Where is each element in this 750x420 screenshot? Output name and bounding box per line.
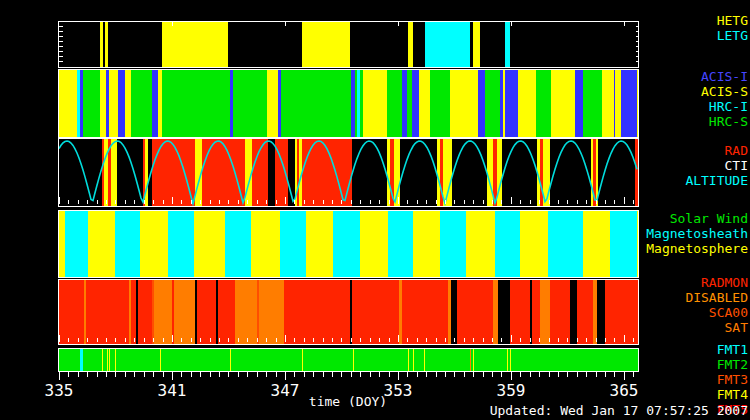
timeline-segment [333,211,360,277]
timeline-segment [352,280,399,344]
tick-mark [596,338,597,342]
tick-mark [59,56,63,57]
timeline-segment [233,70,267,137]
band-label-acis-i: ACIS-I [701,69,748,84]
tick-mark [200,372,201,377]
band-label-cti: CTI [685,158,748,173]
timeline-segment [59,349,638,371]
timeline-segment [162,70,230,137]
timeline-segment [424,349,425,371]
timeline-segment [510,280,530,344]
timeline-segment [109,70,118,137]
timeline-segment [451,280,457,344]
timeline-segment [138,280,152,344]
tick-mark [351,338,352,342]
tick-mark [464,372,465,377]
tick-mark [153,200,154,204]
timeline-segment [281,70,351,137]
tick-mark [530,200,531,204]
tick-mark [636,61,639,62]
tick-mark [501,372,502,377]
tick-mark [125,200,126,204]
tick-mark [219,372,220,377]
tick-mark [285,372,286,380]
tick-mark [636,36,639,37]
tick-mark [304,338,305,342]
tick-mark [483,338,484,342]
timeline-segment [520,211,548,277]
timeline-segment [457,280,493,344]
tick-mark [238,372,239,377]
tick-mark [445,372,446,377]
timeline-segment [615,70,621,137]
tick-mark [501,200,502,204]
timeline-segment [353,349,354,371]
tick-mark [370,200,371,204]
timeline-segment [388,211,413,277]
timeline-segment [408,22,413,67]
label-column-regions: Solar WindMagnetosheathMagnetosphere [646,211,748,256]
tick-mark [360,338,361,342]
tick-mark [370,338,371,342]
timeline-segment [605,280,638,344]
tick-mark [614,372,615,377]
band-telemetry-format [58,348,639,372]
tick-mark [276,200,277,204]
x-axis-tick-label: 341 [158,381,187,400]
timeline-segment [610,211,637,277]
tick-mark [285,197,286,204]
timeline-segment [302,349,303,371]
tick-mark [323,338,324,342]
tick-mark [59,61,63,62]
timeline-segment [637,70,638,137]
tick-mark [636,56,639,57]
tick-mark [605,372,606,377]
tick-mark [407,200,408,204]
tick-mark [483,372,484,377]
tick-mark [68,200,69,204]
tick-mark [454,200,455,204]
timeline-segment [59,280,84,344]
tick-mark [257,338,258,342]
tick-mark [558,338,559,342]
tick-mark [115,338,116,342]
timeline-segment [86,280,129,344]
tick-mark [257,372,258,377]
timeline-segment [540,280,550,344]
tick-mark [341,338,342,342]
tick-mark [624,22,625,26]
tick-mark [172,372,173,380]
band-label-sat: SAT [685,320,748,335]
timeline-segment [88,211,115,277]
tick-mark [323,200,324,204]
timeline-segment [109,349,110,371]
altitude-curve [59,139,638,206]
band-magnetosphere-regions [58,210,639,278]
tick-mark [257,200,258,204]
tick-mark [586,372,587,377]
tick-mark [539,372,540,377]
tick-mark [332,372,333,377]
tick-mark [436,200,437,204]
tick-mark [624,197,625,204]
tick-mark [605,200,606,204]
timeline-segment [174,280,195,344]
tick-mark [407,338,408,342]
timeline-segment [259,280,284,344]
tick-mark [304,200,305,204]
tick-mark [144,338,145,342]
timeline-segment [621,70,637,137]
tick-mark [294,372,295,377]
band-label-fmt1: FMT1 [717,342,748,357]
tick-mark [436,338,437,342]
tick-mark [398,372,399,380]
timeline-segment [473,22,480,67]
tick-mark [445,200,446,204]
tick-mark [492,200,493,204]
tick-mark [59,51,63,52]
band-label-altitude: ALTITUDE [685,173,748,188]
timeline-segment [505,70,518,137]
timeline-segment [583,211,610,277]
tick-mark [511,372,512,380]
timeline-segment [194,211,225,277]
